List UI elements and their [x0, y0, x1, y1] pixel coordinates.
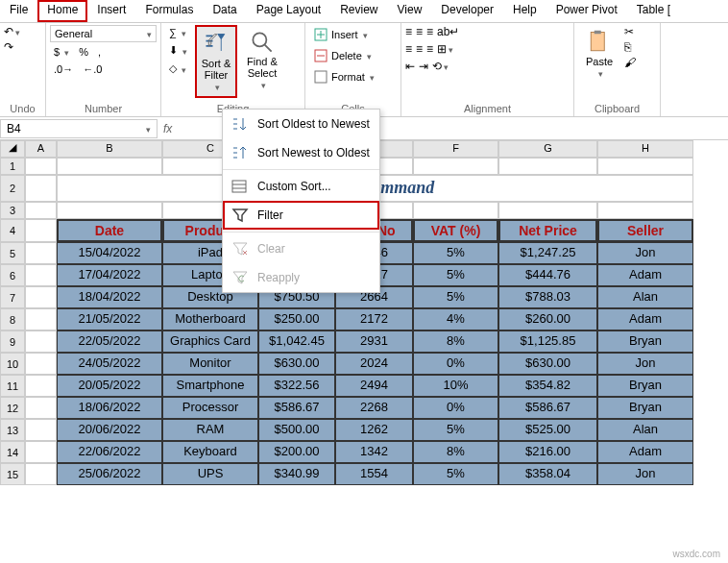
cell[interactable]: [57, 158, 162, 175]
row-header[interactable]: 3: [0, 202, 25, 219]
select-all-corner[interactable]: ◢: [0, 140, 25, 158]
col-header-B[interactable]: B: [57, 140, 162, 158]
table-cell[interactable]: 2931: [335, 330, 413, 353]
table-cell[interactable]: 1554: [335, 463, 413, 485]
table-cell[interactable]: $444.76: [498, 264, 597, 286]
cut-icon[interactable]: ✂: [624, 25, 636, 38]
align-right-icon[interactable]: ≡: [426, 42, 433, 56]
menu-home[interactable]: Home: [37, 0, 87, 22]
table-cell[interactable]: $260.00: [498, 308, 597, 330]
sort-filter-button[interactable]: Sort & Filter: [195, 25, 237, 98]
clear-filter-item[interactable]: Clear: [223, 234, 379, 263]
table-cell[interactable]: 5%: [413, 242, 498, 264]
table-cell[interactable]: 20/06/2022: [57, 419, 162, 441]
menu-developer[interactable]: Developer: [431, 0, 503, 22]
table-cell[interactable]: 22/06/2022: [57, 441, 162, 463]
table-cell[interactable]: 0%: [413, 353, 498, 375]
table-cell[interactable]: 10%: [413, 375, 498, 397]
percent-icon[interactable]: %: [75, 44, 92, 60]
table-cell[interactable]: 18/04/2022: [57, 286, 162, 308]
col-header-F[interactable]: F: [413, 140, 498, 158]
cell[interactable]: [25, 397, 57, 419]
table-cell[interactable]: RAM: [162, 419, 258, 441]
col-header-H[interactable]: H: [597, 140, 693, 158]
table-cell[interactable]: 2024: [335, 353, 413, 375]
table-cell[interactable]: Bryan: [597, 330, 693, 353]
cell[interactable]: [25, 264, 57, 286]
number-format-combo[interactable]: General: [50, 25, 157, 42]
table-cell[interactable]: 15/04/2022: [57, 242, 162, 264]
table-cell[interactable]: $586.67: [498, 397, 597, 419]
menu-table[interactable]: Table [: [627, 0, 680, 22]
align-bot-icon[interactable]: ≡: [426, 25, 433, 38]
cell[interactable]: [25, 158, 57, 175]
table-cell[interactable]: 21/05/2022: [57, 308, 162, 330]
row-header[interactable]: 14: [0, 441, 25, 463]
table-cell[interactable]: 1342: [335, 441, 413, 463]
cell[interactable]: [25, 463, 57, 485]
sort-oldest-item[interactable]: Sort Oldest to Newest: [223, 110, 379, 138]
table-cell[interactable]: 8%: [413, 441, 498, 463]
row-header[interactable]: 11: [0, 375, 25, 397]
table-cell[interactable]: $1,042.45: [258, 330, 335, 353]
table-cell[interactable]: Adam: [597, 264, 693, 286]
merge-icon[interactable]: ⊞: [437, 42, 453, 56]
menu-file[interactable]: File: [0, 0, 37, 22]
table-cell[interactable]: 22/05/2022: [57, 330, 162, 353]
align-top-icon[interactable]: ≡: [405, 25, 412, 38]
align-mid-icon[interactable]: ≡: [416, 25, 423, 38]
table-cell[interactable]: 5%: [413, 286, 498, 308]
custom-sort-item[interactable]: Custom Sort...: [223, 172, 379, 201]
cell[interactable]: [57, 202, 162, 219]
col-header-G[interactable]: G: [498, 140, 597, 158]
menu-data[interactable]: Data: [203, 0, 246, 22]
sort-newest-item[interactable]: Sort Newest to Oldest: [223, 138, 379, 167]
indent-dec-icon[interactable]: ⇤: [405, 60, 415, 73]
cell[interactable]: [25, 286, 57, 308]
redo-icon[interactable]: ↷: [4, 40, 20, 54]
table-cell[interactable]: $354.82: [498, 375, 597, 397]
cell[interactable]: [25, 419, 57, 441]
table-cell[interactable]: 1262: [335, 419, 413, 441]
comma-icon[interactable]: ,: [94, 44, 105, 60]
cell[interactable]: [498, 202, 597, 219]
table-cell[interactable]: $586.67: [258, 397, 335, 419]
table-cell[interactable]: 24/05/2022: [57, 353, 162, 375]
table-cell[interactable]: 18/06/2022: [57, 397, 162, 419]
cell[interactable]: [498, 158, 597, 175]
table-cell[interactable]: Alan: [597, 286, 693, 308]
table-cell[interactable]: Processor: [162, 397, 258, 419]
table-cell[interactable]: 2172: [335, 308, 413, 330]
name-box[interactable]: B4: [0, 119, 158, 138]
table-cell[interactable]: $358.04: [498, 463, 597, 485]
row-header[interactable]: 5: [0, 242, 25, 264]
table-cell[interactable]: $630.00: [498, 353, 597, 375]
currency-icon[interactable]: $: [50, 44, 73, 60]
insert-cells-button[interactable]: Insert: [309, 25, 378, 44]
table-cell[interactable]: $525.00: [498, 419, 597, 441]
table-header[interactable]: Date: [57, 219, 162, 242]
table-cell[interactable]: Jon: [597, 463, 693, 485]
delete-cells-button[interactable]: Delete: [309, 46, 378, 65]
table-cell[interactable]: Alan: [597, 419, 693, 441]
align-left-icon[interactable]: ≡: [405, 42, 412, 56]
clear-icon[interactable]: ◇: [165, 61, 191, 77]
menu-formulas[interactable]: Formulas: [135, 0, 203, 22]
fx-icon[interactable]: fx: [158, 122, 178, 135]
table-cell[interactable]: $1,125.85: [498, 330, 597, 353]
table-cell[interactable]: 2494: [335, 375, 413, 397]
table-cell[interactable]: $200.00: [258, 441, 335, 463]
menu-review[interactable]: Review: [330, 0, 387, 22]
table-cell[interactable]: 5%: [413, 419, 498, 441]
cell[interactable]: [597, 202, 693, 219]
table-cell[interactable]: UPS: [162, 463, 258, 485]
table-cell[interactable]: Keyboard: [162, 441, 258, 463]
table-cell[interactable]: 17/04/2022: [57, 264, 162, 286]
row-header[interactable]: 2: [0, 175, 25, 202]
cell[interactable]: [413, 158, 498, 175]
table-cell[interactable]: $250.00: [258, 308, 335, 330]
cell[interactable]: [25, 175, 57, 202]
cell[interactable]: [25, 202, 57, 219]
table-header[interactable]: Net Price: [498, 219, 597, 242]
undo-icon[interactable]: ↶: [4, 25, 20, 38]
